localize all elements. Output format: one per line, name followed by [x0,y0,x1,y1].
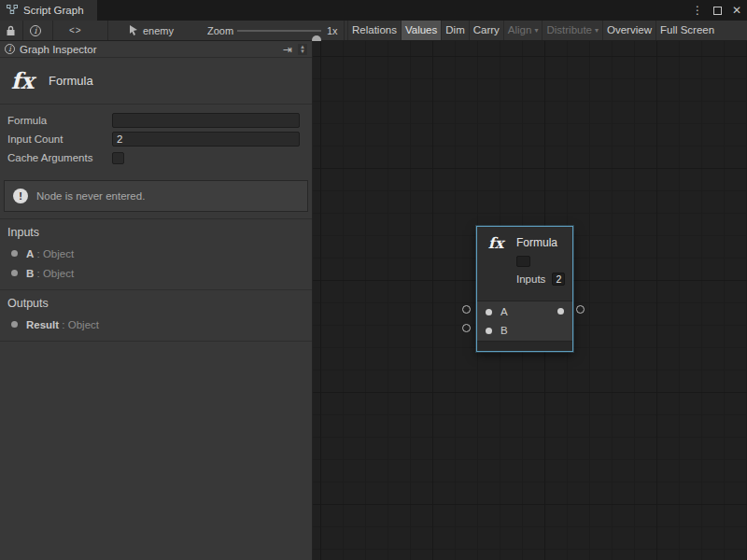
inputs-heading: Inputs [0,219,312,244]
input-count-label: Input Count [7,133,112,145]
close-icon[interactable]: ✕ [732,0,741,21]
input-count-input[interactable] [112,132,300,147]
formula-node[interactable]: fx Formula Inputs 2 A B [476,226,573,352]
node-input-count[interactable]: 2 [552,273,565,286]
warning-banner: ! Node is never entered. [4,180,308,212]
toolbar-separator [22,21,23,40]
port-separator: : [34,268,43,279]
inspector-output-result: Result : Object [0,315,312,334]
inspector-input-b: B : Object [0,263,312,283]
port-dot-icon [11,321,18,328]
formula-node-footer [477,341,572,351]
code-view-icon[interactable]: <> [69,21,82,40]
distribute-button[interactable]: Distribute▾ [542,21,602,40]
toolbar-separator [107,21,108,40]
cache-arguments-field-row: Cache Arguments [0,148,312,167]
zoom-slider[interactable] [237,30,321,32]
toolbar-separator [52,21,53,40]
node-port-b[interactable]: B [477,321,572,340]
values-button[interactable]: Values [401,21,441,40]
lock-icon[interactable] [6,21,16,40]
port-dot-icon [11,250,18,257]
graph-canvas[interactable]: fx Formula Inputs 2 A B [313,41,747,560]
formula-fx-icon: fx [484,234,508,252]
outputs-heading: Outputs [0,290,312,315]
unit-title: Formula [49,74,93,88]
tab-label: Script Graph [23,5,84,16]
zoom-label: Zoom [207,21,233,40]
formula-field-label: Formula [7,115,112,126]
formula-input[interactable] [112,113,300,128]
node-title: Formula [516,236,557,249]
graph-inspector-title: Graph Inspector [20,44,96,55]
overview-button[interactable]: Overview [602,21,655,40]
port-name: A [26,248,34,259]
window-menu-icon[interactable]: ⋮ [692,0,703,21]
target-pointer-icon [129,21,139,40]
input-count-field-row: Input Count [0,130,312,148]
chevron-down-icon: ▾ [534,21,538,40]
graph-toolbar: i <> enemy Zoom 1x Relations Values Dim … [0,21,747,41]
node-inputs-label: Inputs [516,273,545,285]
port-type: Object [68,319,99,330]
port-dot-icon [11,270,18,276]
port-name: B [26,268,34,279]
zoom-value: 1x [327,21,338,40]
full-screen-button[interactable]: Full Screen [655,21,718,40]
unit-title-block: fx Formula [0,58,312,105]
unity-window: Script Graph ⋮ ✕ i <> enemy Zoom [0,0,747,560]
relations-button[interactable]: Relations [347,21,401,40]
inspector-input-a: A : Object [0,244,312,263]
node-output-port[interactable] [557,308,564,315]
divider [0,341,312,342]
formula-node-header: fx Formula Inputs 2 [477,227,572,301]
warning-icon: ! [13,189,28,203]
port-name: Result [26,319,59,330]
info-icon: i [30,25,41,36]
warning-text: Node is never entered. [36,190,145,202]
graph-target-label[interactable]: enemy [143,21,174,40]
port-label: A [500,306,508,317]
tab-bar: Script Graph ⋮ ✕ [0,0,747,21]
node-formula-input[interactable] [516,256,530,267]
tab-script-graph[interactable]: Script Graph [0,0,97,21]
formula-field-row: Formula [0,111,312,130]
port-type: Object [43,248,74,259]
input-connection-point-b[interactable] [462,324,471,332]
scroll-spinner[interactable]: ▲ ▼ [298,44,307,55]
port-type: Object [43,268,74,279]
graph-inspector-panel: i Graph Inspector ⇥ ▲ ▼ fx Formula Formu… [0,41,313,560]
output-connection-point[interactable] [576,305,585,314]
maximize-icon[interactable] [713,7,722,15]
window-controls: ⋮ ✕ [692,0,741,21]
port-label: B [500,325,508,336]
port-dot-icon[interactable] [486,309,492,315]
cache-arguments-label: Cache Arguments [7,152,112,163]
port-dot-icon[interactable] [486,328,492,334]
toolbar-separator [344,21,345,40]
port-separator: : [59,319,68,330]
port-separator: : [34,248,43,259]
inspector-fields: Formula Input Count Cache Arguments [0,105,312,171]
script-graph-icon [7,4,18,17]
graph-inspector-header: i Graph Inspector ⇥ ▲ ▼ [0,41,312,58]
input-connection-point-a[interactable] [462,305,471,314]
info-toggle-icon[interactable]: i [30,21,41,40]
dock-icon[interactable]: ⇥ [283,43,292,56]
spinner-down-icon[interactable]: ▼ [300,49,305,54]
chevron-down-icon: ▾ [595,21,599,40]
info-icon: i [5,44,15,54]
align-button[interactable]: Align▾ [503,21,543,40]
formula-node-ports: A B [477,301,572,341]
formula-fx-icon: fx [7,67,37,94]
dim-button[interactable]: Dim [441,21,468,40]
cache-arguments-checkbox[interactable] [112,152,124,164]
carry-button[interactable]: Carry [469,21,503,40]
toolbar-buttons: Relations Values Dim Carry Align▾ Distri… [347,21,747,40]
